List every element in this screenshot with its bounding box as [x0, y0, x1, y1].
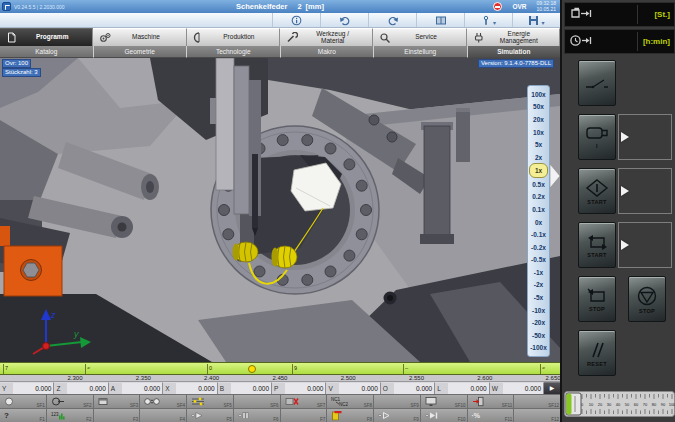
stop-button[interactable]: STOP — [628, 276, 666, 322]
softkey-sf10[interactable]: SF10 — [421, 395, 467, 408]
zoom-level--50x[interactable]: -50x — [529, 329, 548, 342]
feed-enable-button[interactable] — [578, 60, 616, 106]
softkey-sf5[interactable]: SF5 — [187, 395, 233, 408]
softkey-f2[interactable]: 123F2 — [47, 409, 93, 422]
zoom-level-0.2x[interactable]: 0.2x — [529, 191, 548, 204]
zoom-level-10x[interactable]: 10x — [529, 126, 548, 139]
tab-service[interactable]: Service — [373, 28, 466, 46]
zoom-level--0.1x[interactable]: -0.1x — [529, 228, 548, 241]
zoom-level-5x[interactable]: 5x — [529, 138, 548, 151]
zoom-level--2x[interactable]: -2x — [529, 279, 548, 292]
zoom-level-0x[interactable]: 0x — [529, 216, 548, 229]
save-dropdown-caret[interactable]: ▾ — [541, 19, 544, 27]
softkey-f3[interactable]: F3 — [94, 409, 140, 422]
zoom-level-50x[interactable]: 50x — [529, 101, 548, 114]
softkey-sf9[interactable]: SF9 — [374, 395, 420, 408]
zoom-level-20x[interactable]: 20x — [529, 113, 548, 126]
zoom-level-0.1x[interactable]: 0.1x — [529, 203, 548, 216]
axis-label: Y — [0, 383, 13, 394]
timeline-run-button[interactable]: ▶ — [544, 382, 560, 394]
softkey-f1[interactable]: ?F1 — [0, 409, 46, 422]
tab-label: Programm — [20, 34, 92, 41]
softkey-f5[interactable]: F5 — [187, 409, 233, 422]
tab-maschine[interactable]: Maschine — [93, 28, 186, 46]
timeline-cursor[interactable] — [248, 365, 256, 373]
softkey-f10[interactable]: F10 — [421, 409, 467, 422]
tab-werkzeug-material[interactable]: Werkzeug / Material — [280, 28, 373, 46]
softkey-f9[interactable]: F9 — [374, 409, 420, 422]
reset-button[interactable]: RESET — [578, 330, 616, 376]
zoom-level-0.5x[interactable]: 0.5x — [529, 178, 548, 191]
softkey-sf4[interactable]: SF4 — [140, 395, 186, 408]
spindle-expand-arrow[interactable] — [621, 132, 629, 142]
timeline-bar[interactable]: 7≈09–≈ — [0, 362, 560, 375]
softkey-label: F2 — [86, 417, 91, 422]
softkey-sf3[interactable]: SF3 — [94, 395, 140, 408]
axis-value: 0.000 — [448, 383, 488, 394]
softkey-sf8[interactable]: NC1NC2SF8 — [327, 395, 373, 408]
softkey-sf2[interactable]: SF2 — [47, 395, 93, 408]
softkey-sf12[interactable]: SF12 — [514, 395, 560, 408]
subtab-einstellung[interactable]: Einstellung — [373, 46, 467, 58]
zoom-scale[interactable]: 100x50x20x10x5x2x1x0.5x0.2x0.1x0x-0.1x-0… — [527, 85, 550, 357]
zoom-level-1x[interactable]: 1x — [529, 163, 548, 178]
touch-mode-button[interactable]: ▾ — [464, 13, 512, 27]
axis-cell-V: V0.000 — [326, 382, 380, 394]
softkey-f8[interactable]: F8 — [327, 409, 373, 422]
nc-start-expand-arrow[interactable] — [621, 186, 629, 196]
redo-button[interactable] — [368, 13, 416, 27]
softkey-f7[interactable]: F7 — [281, 409, 327, 422]
program-count: 2 — [297, 2, 301, 11]
zoom-level--100x[interactable]: -100x — [529, 342, 548, 355]
subtab-geometrie[interactable]: Geometrie — [93, 46, 187, 58]
zoom-level-2x[interactable]: 2x — [529, 151, 548, 164]
softkey-f4[interactable]: F4 — [140, 409, 186, 422]
undo-button[interactable] — [320, 13, 368, 27]
simulation-viewport[interactable]: z y Ovr: 100 Stückzahl: 3 Version: 9.1.4… — [0, 58, 560, 362]
spindle-button[interactable]: I — [578, 114, 616, 160]
subtab-makro[interactable]: Makro — [280, 46, 374, 58]
axis-value: 0.000 — [231, 383, 271, 394]
cycle-stop-button[interactable]: STOP — [578, 276, 616, 322]
timeline-marker: – — [403, 364, 408, 374]
softkey-label: F7 — [320, 417, 325, 422]
svg-text:123: 123 — [51, 411, 59, 416]
cycle-start-expand-arrow[interactable] — [621, 240, 629, 250]
zoom-level--0.2x[interactable]: -0.2x — [529, 241, 548, 254]
zoom-level-100x[interactable]: 100x — [529, 88, 548, 101]
softkey-sf11[interactable]: SF11 — [468, 395, 514, 408]
cycle-start-button[interactable]: START — [578, 222, 616, 268]
subtab-katalog[interactable]: Katalog — [0, 46, 93, 58]
save-button[interactable]: ▾ — [512, 13, 560, 27]
zoom-level--1x[interactable]: -1x — [529, 266, 548, 279]
feed-override-slider[interactable]: 0102030405060708090100 — [564, 391, 675, 417]
subtab-simulation[interactable]: Simulation — [467, 46, 561, 58]
info-button[interactable] — [272, 13, 320, 27]
touch-dropdown-caret[interactable]: ▾ — [493, 19, 496, 27]
softkey-sf7[interactable]: SF7 — [281, 395, 327, 408]
tab-programm[interactable]: Programm — [0, 28, 93, 46]
softkey-sf1[interactable]: SF1 — [0, 395, 46, 408]
scale-value: 2.400 — [204, 375, 219, 382]
axis-cell-B: B0.000 — [218, 382, 272, 394]
subtab-technologie[interactable]: Technologie — [186, 46, 280, 58]
cycle-stop-label: STOP — [589, 306, 605, 312]
redo-icon — [387, 15, 399, 26]
softkey-f12[interactable]: F12 — [514, 409, 560, 422]
softkey-f6[interactable]: F6 — [234, 409, 280, 422]
zoom-level--20x[interactable]: -20x — [529, 316, 548, 329]
tab-energie-management[interactable]: Energie Management — [467, 28, 560, 46]
program-info-button[interactable] — [416, 13, 464, 27]
softkey-label: F3 — [133, 417, 138, 422]
zoom-level--10x[interactable]: -10x — [529, 304, 548, 317]
zoom-level--0.5x[interactable]: -0.5x — [529, 254, 548, 267]
axis-value: 0.000 — [285, 383, 325, 394]
softkey-f11[interactable]: ·%F11 — [468, 409, 514, 422]
tab-produktion[interactable]: Produktion — [187, 28, 280, 46]
program-info-icon — [435, 15, 447, 26]
zoom-level--5x[interactable]: -5x — [529, 291, 548, 304]
play-dot-icon — [191, 411, 203, 420]
nc-start-button[interactable]: START — [578, 168, 616, 214]
softkey-sf6[interactable]: SF6 — [234, 395, 280, 408]
svg-text:60: 60 — [634, 402, 639, 407]
